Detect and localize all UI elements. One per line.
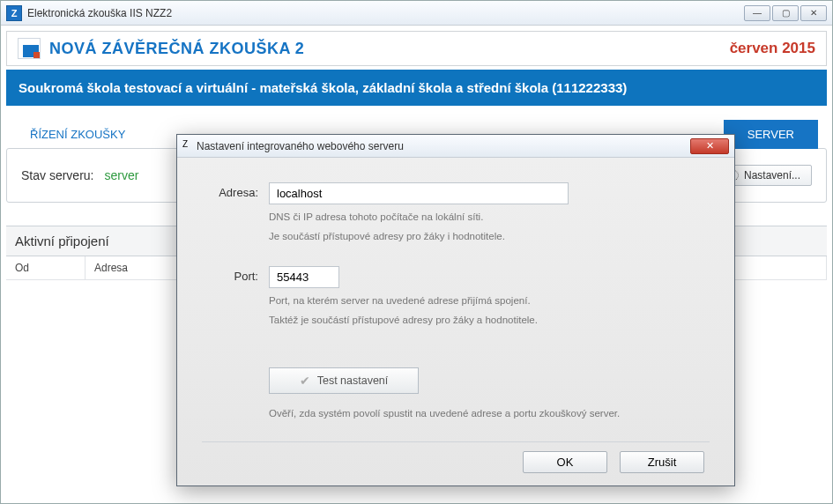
window-title: Elektronická zkouška IIS NZZ2	[27, 7, 172, 19]
tab-rizeni-zkousky[interactable]: ŘÍZENÍ ZKOUŠKY	[6, 120, 149, 149]
settings-button-label: Nastavení...	[744, 169, 800, 182]
address-label: Adresa:	[202, 182, 258, 199]
header-date: červen 2015	[730, 40, 815, 57]
dialog-footer: OK Zrušit	[202, 441, 710, 478]
main-titlebar: Z Elektronická zkouška IIS NZZ2 — ▢ ✕	[1, 1, 832, 26]
dialog-titlebar: Z Nastavení integrovaného webového serve…	[177, 135, 734, 158]
page-title: NOVÁ ZÁVĚREČNÁ ZKOUŠKA 2	[49, 40, 304, 58]
dialog-close-button[interactable]: ✕	[690, 138, 729, 154]
close-button[interactable]: ✕	[800, 5, 827, 21]
address-hint1: DNS či IP adresa tohoto počítače na loká…	[269, 210, 710, 224]
check-icon: ✔	[300, 374, 310, 388]
address-hint2: Je součástí přístupové adresy pro žáky i…	[269, 229, 710, 243]
school-subheader: Soukromá škola testovací a virtuální - m…	[6, 70, 827, 106]
maximize-button[interactable]: ▢	[772, 5, 799, 21]
server-status-label: Stav serveru:	[21, 168, 93, 182]
port-hint1: Port, na kterém server na uvedené adrese…	[269, 293, 710, 308]
cancel-button[interactable]: Zrušit	[620, 451, 704, 473]
dialog-app-icon: Z	[182, 139, 197, 153]
app-icon: Z	[6, 5, 22, 21]
server-status-value: server	[104, 168, 138, 182]
minimize-button[interactable]: —	[744, 5, 770, 21]
header-panel: NOVÁ ZÁVĚREČNÁ ZKOUŠKA 2 červen 2015	[6, 31, 827, 66]
dialog-title: Nastavení integrovaného webového serveru	[197, 140, 404, 152]
test-button-label: Test nastavení	[317, 374, 389, 387]
port-input[interactable]	[269, 266, 339, 288]
tab-server[interactable]: SERVER	[724, 120, 818, 149]
column-od[interactable]: Od	[6, 256, 86, 279]
ok-button[interactable]: OK	[523, 451, 607, 473]
test-button[interactable]: ✔ Test nastavení	[269, 367, 419, 394]
test-hint: Ověří, zda systém povolí spustit na uved…	[269, 406, 710, 420]
nzz-logo	[18, 38, 41, 59]
dialog-body: Adresa: DNS či IP adresa tohoto počítače…	[177, 158, 734, 485]
main-window: Z Elektronická zkouška IIS NZZ2 — ▢ ✕ NO…	[0, 0, 833, 504]
settings-dialog: Z Nastavení integrovaného webového serve…	[176, 134, 735, 486]
address-input[interactable]	[269, 182, 569, 204]
port-label: Port:	[202, 266, 258, 283]
port-hint2: Taktéž je součástí přístupové adresy pro…	[269, 313, 710, 327]
